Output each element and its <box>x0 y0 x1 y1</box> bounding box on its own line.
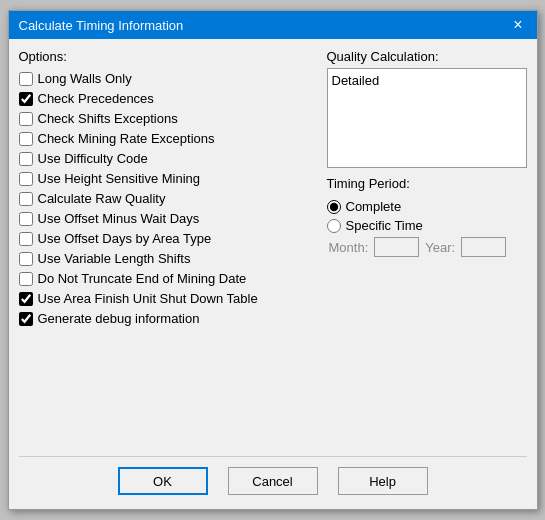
radio-complete[interactable] <box>327 200 341 214</box>
quality-value: Detailed <box>332 73 380 88</box>
checkbox-row: Check Precedences <box>19 90 317 107</box>
checkbox-cb12[interactable] <box>19 292 33 306</box>
help-button[interactable]: Help <box>338 467 428 495</box>
checkbox-cb7[interactable] <box>19 192 33 206</box>
month-year-row: Month: Year: <box>327 237 527 257</box>
checkbox-row: Do Not Truncate End of Mining Date <box>19 270 317 287</box>
checkbox-label-cb5: Use Difficulty Code <box>38 151 148 166</box>
month-label: Month: <box>329 240 369 255</box>
radio-specific-row: Specific Time <box>327 218 527 233</box>
dialog-title: Calculate Timing Information <box>19 18 184 33</box>
close-button[interactable]: × <box>509 17 526 33</box>
checkbox-cb3[interactable] <box>19 112 33 126</box>
checkbox-cb6[interactable] <box>19 172 33 186</box>
checkbox-cb2[interactable] <box>19 92 33 106</box>
checkbox-label-cb6: Use Height Sensitive Mining <box>38 171 201 186</box>
checkbox-cb5[interactable] <box>19 152 33 166</box>
checkbox-label-cb2: Check Precedences <box>38 91 154 106</box>
checkbox-cb1[interactable] <box>19 72 33 86</box>
checkbox-row: Use Difficulty Code <box>19 150 317 167</box>
timing-section: Timing Period: Complete Specific Time Mo… <box>327 176 527 257</box>
checkbox-cb9[interactable] <box>19 232 33 246</box>
checkbox-row: Check Shifts Exceptions <box>19 110 317 127</box>
checkbox-label-cb13: Generate debug information <box>38 311 200 326</box>
checkbox-row: Use Offset Days by Area Type <box>19 230 317 247</box>
radio-complete-row: Complete <box>327 199 527 214</box>
dialog-body: Options: Long Walls OnlyCheck Precedence… <box>9 39 537 456</box>
checkbox-cb4[interactable] <box>19 132 33 146</box>
quality-section: Quality Calculation: Detailed <box>327 49 527 168</box>
checkbox-label-cb1: Long Walls Only <box>38 71 132 86</box>
checkbox-label-cb3: Check Shifts Exceptions <box>38 111 178 126</box>
dialog-footer: OK Cancel Help <box>9 457 537 509</box>
checkbox-cb11[interactable] <box>19 272 33 286</box>
checkbox-cb13[interactable] <box>19 312 33 326</box>
ok-button[interactable]: OK <box>118 467 208 495</box>
checkbox-row: Use Variable Length Shifts <box>19 250 317 267</box>
checkbox-label-cb9: Use Offset Days by Area Type <box>38 231 212 246</box>
options-label: Options: <box>19 49 317 64</box>
radio-specific-time[interactable] <box>327 219 341 233</box>
timing-label: Timing Period: <box>327 176 527 191</box>
checkbox-row: Generate debug information <box>19 310 317 327</box>
checkbox-label-cb11: Do Not Truncate End of Mining Date <box>38 271 247 286</box>
checkbox-row: Check Mining Rate Exceptions <box>19 130 317 147</box>
radio-complete-label: Complete <box>346 199 402 214</box>
checkbox-cb10[interactable] <box>19 252 33 266</box>
calculate-timing-dialog: Calculate Timing Information × Options: … <box>8 10 538 510</box>
checkbox-row: Use Area Finish Unit Shut Down Table <box>19 290 317 307</box>
checkbox-label-cb8: Use Offset Minus Wait Days <box>38 211 200 226</box>
year-label: Year: <box>425 240 455 255</box>
checkbox-label-cb4: Check Mining Rate Exceptions <box>38 131 215 146</box>
left-panel: Options: Long Walls OnlyCheck Precedence… <box>19 49 317 446</box>
checkbox-label-cb10: Use Variable Length Shifts <box>38 251 191 266</box>
month-input[interactable] <box>374 237 419 257</box>
options-group: Long Walls OnlyCheck PrecedencesCheck Sh… <box>19 70 317 327</box>
checkbox-row: Use Height Sensitive Mining <box>19 170 317 187</box>
right-panel: Quality Calculation: Detailed Timing Per… <box>327 49 527 446</box>
title-bar: Calculate Timing Information × <box>9 11 537 39</box>
quality-label: Quality Calculation: <box>327 49 527 64</box>
radio-specific-label: Specific Time <box>346 218 423 233</box>
checkbox-label-cb7: Calculate Raw Quality <box>38 191 166 206</box>
checkbox-row: Use Offset Minus Wait Days <box>19 210 317 227</box>
year-input[interactable] <box>461 237 506 257</box>
checkbox-cb8[interactable] <box>19 212 33 226</box>
checkbox-label-cb12: Use Area Finish Unit Shut Down Table <box>38 291 258 306</box>
checkbox-row: Calculate Raw Quality <box>19 190 317 207</box>
quality-box: Detailed <box>327 68 527 168</box>
checkbox-row: Long Walls Only <box>19 70 317 87</box>
cancel-button[interactable]: Cancel <box>228 467 318 495</box>
